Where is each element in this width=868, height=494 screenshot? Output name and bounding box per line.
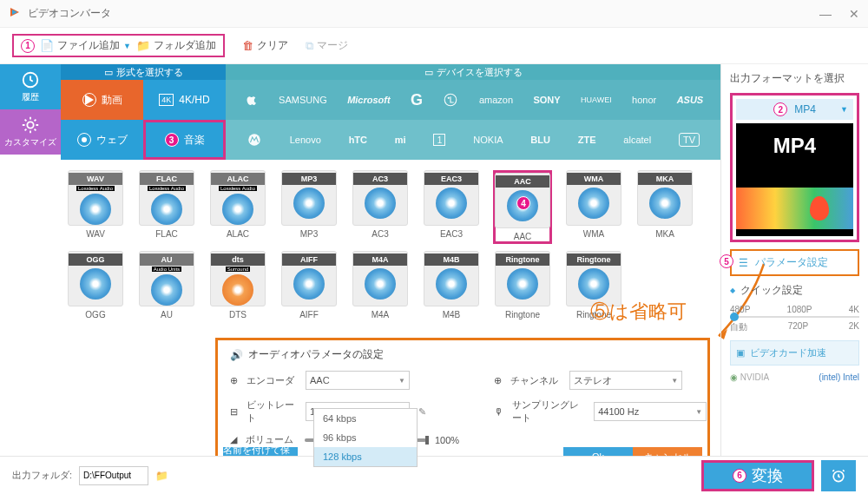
format-mp3[interactable]: MP3MP3 xyxy=(279,170,339,244)
badge-6: 6 xyxy=(733,469,746,483)
minimize-button[interactable]: ― xyxy=(819,7,832,21)
brand-zte[interactable]: ZTE xyxy=(578,135,596,145)
encoder-select[interactable]: AAC▼ xyxy=(306,371,410,390)
badge-5: 5 xyxy=(720,254,733,268)
bitrate-option[interactable]: 64 kbps xyxy=(314,409,417,428)
format-ac3[interactable]: AC3AC3 xyxy=(351,170,410,244)
channel-label: チャンネル xyxy=(510,374,561,387)
res-option[interactable]: 720P xyxy=(788,321,808,333)
history-button[interactable]: 履歴 xyxy=(0,64,61,109)
badge-2: 2 xyxy=(773,102,787,116)
tab-format[interactable]: ▭形式を選択する xyxy=(61,64,226,80)
brand-blu[interactable]: BLU xyxy=(530,135,550,145)
encoder-icon: ⊕ xyxy=(230,375,238,386)
channel-select[interactable]: ステレオ▼ xyxy=(569,371,682,390)
audio-param-panel: 🔊 オーディオパラメータの設定 ⊕ エンコーダ AAC▼ ⊟ ビットレート 16… xyxy=(215,338,710,472)
format-flac[interactable]: FLACLossless AudioFLAC xyxy=(137,170,196,244)
volume-value: 100% xyxy=(435,435,459,445)
format-mka[interactable]: MKAMKA xyxy=(635,170,694,244)
brand-apple-icon[interactable] xyxy=(243,92,259,108)
category-video[interactable]: 動画 xyxy=(61,80,143,120)
format-m4b[interactable]: M4BM4B xyxy=(422,251,481,319)
brand-row-1: SAMSUNG Microsoft G amazon SONY HUAWEI h… xyxy=(226,80,720,120)
clock-icon xyxy=(21,70,40,89)
format-aac[interactable]: AAC4AAC xyxy=(493,170,552,244)
res-option[interactable]: 2K xyxy=(849,321,859,333)
customize-button[interactable]: カスタマイズ xyxy=(0,109,61,155)
brand-sony[interactable]: SONY xyxy=(533,95,560,105)
bottom-bar: 出力フォルダ: D:\FFOutput 📁 6 変換 xyxy=(0,456,868,494)
output-format-box: 2 MP4 ▼ MP4 xyxy=(730,93,859,242)
right-panel: 出力フォーマットを選択 2 MP4 ▼ MP4 5 ☰ パラメータ設定 ◆ クイ… xyxy=(720,64,868,494)
tab-device[interactable]: ▭デバイスを選択する xyxy=(226,64,720,80)
category-row-1: 動画 4K 4K/HD SAMSUNG Microsoft G amazon S… xyxy=(61,80,720,120)
brand-asus[interactable]: ASUS xyxy=(677,95,704,105)
clear-button[interactable]: 🗑 クリア xyxy=(242,38,288,53)
format-alac[interactable]: ALACLossless AudioALAC xyxy=(208,170,267,244)
gpu-accel-button[interactable]: ▣ ビデオカード加速 xyxy=(730,340,859,366)
trash-icon: 🗑 xyxy=(242,39,253,52)
brand-oneplus-icon[interactable]: 1 xyxy=(433,134,445,146)
gear-icon xyxy=(21,115,40,135)
brand-alcatel[interactable]: alcatel xyxy=(623,135,651,145)
edit-icon[interactable]: ✎ xyxy=(418,406,426,418)
output-format-title: 出力フォーマットを選択 xyxy=(730,71,859,86)
bitrate-option[interactable]: 96 kbps xyxy=(314,428,417,447)
merge-button[interactable]: ⧉ マージ xyxy=(306,38,348,53)
format-ogg[interactable]: OGGOGG xyxy=(66,251,125,319)
brand-nokia[interactable]: NOKIA xyxy=(473,135,503,145)
bitrate-option[interactable]: 128 kbps xyxy=(314,447,417,466)
category-row-2: ウェブ 3 音楽 Lenovo hTC mi 1 NOKIA BLU ZTE a… xyxy=(61,120,720,160)
brand-honor[interactable]: honor xyxy=(632,95,656,105)
close-button[interactable]: ✕ xyxy=(849,7,859,21)
brand-xiaomi[interactable]: mi xyxy=(395,135,406,145)
format-eac3[interactable]: EAC3EAC3 xyxy=(422,170,481,244)
brand-microsoft[interactable]: Microsoft xyxy=(347,95,391,105)
format-m4a[interactable]: M4AM4A xyxy=(351,251,410,319)
format-wav[interactable]: WAVLossless AudioWAV xyxy=(66,170,125,244)
folder-icon: 📁 xyxy=(136,39,150,52)
format-dts[interactable]: dtsSurroundDTS xyxy=(208,251,267,319)
convert-button[interactable]: 6 変換 xyxy=(701,460,814,491)
brand-amazon[interactable]: amazon xyxy=(479,95,513,105)
format-preview: MP4 xyxy=(736,123,853,236)
samplerate-select[interactable]: 44100 Hz▼ xyxy=(594,402,707,421)
brand-huawei[interactable]: HUAWEI xyxy=(581,96,612,104)
badge-4: 4 xyxy=(516,196,530,210)
diamond-icon: ◆ xyxy=(730,287,735,294)
add-folder-button[interactable]: 📁 フォルダ追加 xyxy=(136,38,216,53)
brand-lg-icon[interactable] xyxy=(443,92,458,108)
center-panel: ▭形式を選択する ▭デバイスを選択する 動画 4K 4K/HD SAMSUNG … xyxy=(61,64,720,494)
res-option[interactable]: 1080P xyxy=(787,305,812,314)
res-option[interactable]: 自動 xyxy=(730,321,747,333)
format-aiff[interactable]: AIFFAIFF xyxy=(279,251,339,319)
schedule-button[interactable] xyxy=(821,460,856,491)
resolution-row-1: 480P 1080P 4K xyxy=(730,305,859,314)
param-settings-button[interactable]: 5 ☰ パラメータ設定 xyxy=(730,249,859,276)
4k-icon: 4K xyxy=(159,94,174,106)
resolution-slider[interactable] xyxy=(730,316,859,318)
brand-google[interactable]: G xyxy=(411,91,423,109)
res-option[interactable]: 4K xyxy=(849,305,859,314)
brand-htc[interactable]: hTC xyxy=(349,135,367,145)
output-format-select[interactable]: 2 MP4 ▼ xyxy=(736,99,853,120)
chevron-down-icon: ▼ xyxy=(840,105,848,114)
format-wma[interactable]: WMAWMA xyxy=(564,170,623,244)
chrome-icon xyxy=(77,133,91,147)
category-music[interactable]: 3 音楽 xyxy=(143,120,226,160)
format-ringtone[interactable]: RingtoneRingtone xyxy=(493,251,552,319)
play-icon xyxy=(82,93,96,107)
badge-3: 3 xyxy=(165,133,179,147)
category-4k[interactable]: 4K 4K/HD xyxy=(143,80,226,120)
file-icon: 📄 xyxy=(40,39,54,52)
brand-tv[interactable]: TV xyxy=(679,133,700,147)
browse-folder-button[interactable]: 📁 xyxy=(155,470,168,482)
category-web[interactable]: ウェブ xyxy=(61,120,143,160)
add-file-button[interactable]: 📄 ファイル追加 ▼ xyxy=(40,38,131,53)
format-au[interactable]: AUAudio UnitsAU xyxy=(137,251,196,319)
output-folder-input[interactable]: D:\FFOutput xyxy=(79,466,148,485)
brand-samsung[interactable]: SAMSUNG xyxy=(279,95,327,105)
toolbar: 1 📄 ファイル追加 ▼ 📁 フォルダ追加 🗑 クリア ⧉ マージ xyxy=(0,28,868,64)
brand-lenovo[interactable]: Lenovo xyxy=(290,135,321,145)
brand-motorola-icon[interactable] xyxy=(247,132,262,148)
